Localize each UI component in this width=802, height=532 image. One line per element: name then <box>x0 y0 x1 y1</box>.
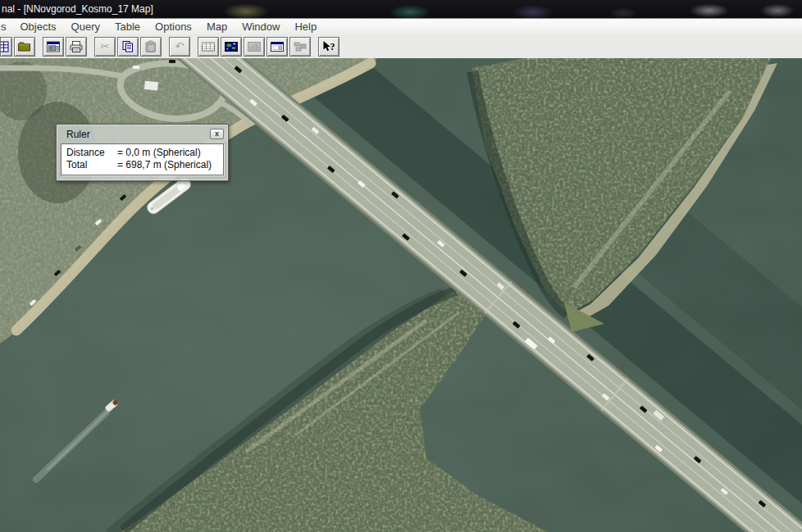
mapinfo-window: { "colors": { "titlebar_bg": "#17171c", … <box>0 0 802 532</box>
help-cursor-icon: ? <box>321 40 336 53</box>
world-map-icon <box>224 40 239 53</box>
toolbar-button-undo: ↶ <box>169 37 190 57</box>
ruler-dialog-title: Ruler <box>66 129 90 140</box>
menu-item-table[interactable]: Table <box>107 19 148 34</box>
menu-item-options[interactable]: Options <box>148 19 199 34</box>
close-icon[interactable]: x <box>210 129 224 139</box>
toolbar-button-new-table[interactable] <box>0 37 12 57</box>
ruler-dialog: Ruler x Distance = 0,0 m (Spherical) Tot… <box>56 124 229 181</box>
total-label: Total <box>66 159 117 171</box>
toolbar-button-print[interactable] <box>66 37 87 57</box>
distance-label: Distance <box>66 147 117 159</box>
menu-item-help[interactable]: Help <box>287 19 324 34</box>
svg-text:?: ? <box>330 40 335 52</box>
ruler-dialog-titlebar[interactable]: Ruler x <box>57 125 228 143</box>
workspace-window-icon <box>46 40 61 53</box>
toolbar-button-open-table[interactable] <box>14 37 35 57</box>
redistrict-icon <box>293 40 308 53</box>
ruler-readout-panel: Distance = 0,0 m (Spherical) Total = 698… <box>61 143 224 175</box>
window-title: nal - [NNovgorod_Kosmo_17 Map] <box>2 0 153 18</box>
undo-arrow-icon: ↶ <box>172 40 187 53</box>
menu-item-objects[interactable]: Objects <box>13 19 64 34</box>
menu-item-window[interactable]: Window <box>235 19 287 34</box>
chart-window-icon <box>247 40 262 53</box>
layout-window-icon <box>270 40 285 53</box>
ruler-distance-row: Distance = 0,0 m (Spherical) <box>66 147 218 159</box>
toolbar-button-new-browser[interactable] <box>198 37 219 57</box>
browser-table-icon <box>201 40 216 53</box>
copy-pages-icon <box>121 40 135 53</box>
standard-toolbar: ✂ ↶ <box>0 34 802 59</box>
menu-item-map[interactable]: Map <box>199 19 235 34</box>
building <box>144 80 158 91</box>
menu-item-query[interactable]: Query <box>64 19 107 34</box>
toolbar-button-help[interactable]: ? <box>318 37 339 57</box>
window-titlebar[interactable]: nal - [NNovgorod_Kosmo_17 Map] <box>0 0 802 19</box>
printer-icon <box>69 40 84 53</box>
clipboard-icon <box>144 40 158 53</box>
open-folder-icon <box>17 40 32 53</box>
total-value: = 698,7 m (Spherical) <box>117 159 212 171</box>
toolbar-button-open-workspace[interactable] <box>43 37 64 57</box>
toolbar-button-cut: ✂ <box>94 37 116 57</box>
scissors-icon: ✂ <box>98 40 112 53</box>
ruler-total-row: Total = 698,7 m (Spherical) <box>66 159 218 171</box>
table-grid-icon <box>1 40 11 53</box>
toolbar-button-new-layout[interactable] <box>267 37 288 57</box>
distance-value: = 0,0 m (Spherical) <box>117 147 201 159</box>
toolbar-button-copy[interactable] <box>117 37 139 57</box>
toolbar-button-paste <box>140 37 162 57</box>
menu-bar: s Objects Query Table Options Map Window… <box>0 19 802 35</box>
toolbar-button-new-redistricter <box>289 37 311 57</box>
toolbar-button-new-mapper[interactable] <box>221 37 242 57</box>
toolbar-button-new-grapher <box>244 37 265 57</box>
menu-item-clipped[interactable]: s <box>0 19 13 34</box>
